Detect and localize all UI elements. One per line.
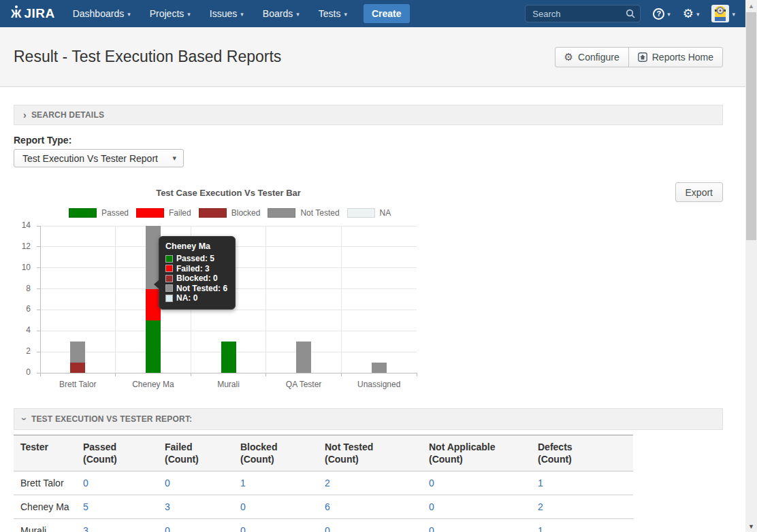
tooltip-row-failed: Failed: 3 bbox=[165, 264, 227, 274]
search-input[interactable] bbox=[525, 5, 641, 22]
chart-tooltip-rows: Passed: 5Failed: 3Blocked: 0Not Tested: … bbox=[165, 254, 227, 303]
legend-item-blocked: Blocked bbox=[199, 208, 261, 218]
bar-segment-brett-talor-not-tested[interactable] bbox=[70, 342, 85, 363]
column-header-failed: Failed(Count) bbox=[158, 435, 233, 471]
bar-segment-qa-tester-not-tested[interactable] bbox=[296, 342, 311, 373]
tooltip-row-blocked: Blocked: 0 bbox=[165, 273, 227, 284]
count-link[interactable]: 0 bbox=[325, 525, 330, 532]
count-cell: 1 bbox=[233, 471, 318, 495]
legend-label: Failed bbox=[169, 208, 191, 218]
nav-item-issues[interactable]: Issues▾ bbox=[210, 8, 244, 19]
count-link[interactable]: 0 bbox=[165, 478, 170, 488]
count-link[interactable]: 3 bbox=[165, 501, 170, 512]
nav-item-projects[interactable]: Projects▾ bbox=[150, 8, 191, 19]
legend-label: Passed bbox=[101, 208, 129, 218]
nav-item-dashboards[interactable]: Dashboards▾ bbox=[73, 8, 131, 19]
count-cell: 2 bbox=[318, 471, 422, 495]
count-link[interactable]: 1 bbox=[538, 478, 543, 488]
count-cell: 0 bbox=[422, 471, 531, 495]
help-menu[interactable]: ? ▾ bbox=[653, 8, 671, 20]
x-axis-tick bbox=[265, 373, 266, 376]
column-header-passed: Passed(Count) bbox=[76, 435, 158, 471]
y-axis-tick-label: 6 bbox=[6, 304, 31, 314]
count-link[interactable]: 0 bbox=[429, 525, 434, 532]
nav-menu: Dashboards▾Projects▾Issues▾Boards▾Tests▾ bbox=[73, 8, 347, 19]
column-header-line1: Failed bbox=[165, 441, 227, 453]
nav-item-tests[interactable]: Tests▾ bbox=[319, 8, 347, 19]
column-header-tester: Tester bbox=[14, 435, 76, 471]
column-header-line2: (Count) bbox=[325, 453, 415, 465]
jira-logo[interactable]: Ж JIRA bbox=[11, 6, 55, 21]
count-link[interactable]: 0 bbox=[165, 525, 170, 532]
scrollbar-thumb[interactable] bbox=[746, 12, 756, 240]
legend-swatch bbox=[268, 208, 295, 218]
count-link[interactable]: 0 bbox=[83, 478, 88, 488]
count-cell: 0 bbox=[422, 495, 531, 519]
count-cell: 1 bbox=[531, 471, 633, 495]
export-button[interactable]: Export bbox=[675, 182, 723, 202]
admin-menu[interactable]: ⚙ ▾ bbox=[683, 7, 700, 20]
search-details-section-header[interactable]: › SEARCH DETAILS bbox=[14, 105, 723, 125]
gridline bbox=[341, 226, 342, 373]
chart-block: Test Case Execution Vs Tester Bar Export… bbox=[14, 182, 723, 390]
column-header-not-applicable: Not Applicable(Count) bbox=[422, 435, 531, 471]
count-link[interactable]: 2 bbox=[538, 501, 543, 512]
reports-home-button[interactable]: Reports Home bbox=[628, 47, 723, 67]
count-link[interactable]: 0 bbox=[429, 478, 434, 488]
chevron-down-icon: › bbox=[21, 418, 28, 421]
report-section-header[interactable]: › TEST EXECUTION VS TESTER REPORT: bbox=[14, 408, 723, 430]
scroll-up-button[interactable]: ▲ bbox=[745, 0, 757, 12]
x-axis-tick bbox=[417, 373, 417, 376]
gridline bbox=[265, 226, 266, 373]
tooltip-title: Cheney Ma bbox=[165, 242, 227, 251]
report-type-selected: Test Execution Vs Tester Report bbox=[22, 153, 158, 164]
count-link[interactable]: 1 bbox=[240, 478, 246, 488]
bar-segment-unassigned-not-tested[interactable] bbox=[372, 363, 387, 373]
report-type-dropdown[interactable]: Test Execution Vs Tester Report ▾ bbox=[14, 149, 184, 167]
count-link[interactable]: 0 bbox=[429, 501, 434, 512]
count-link[interactable]: 6 bbox=[325, 501, 330, 512]
tester-name-cell: Cheney Ma bbox=[14, 495, 76, 519]
legend-swatch bbox=[69, 208, 97, 218]
count-link[interactable]: 1 bbox=[538, 525, 543, 532]
y-axis-tick-label: 2 bbox=[6, 346, 31, 356]
count-link[interactable]: 0 bbox=[240, 525, 246, 532]
count-link[interactable]: 2 bbox=[325, 478, 330, 488]
nav-item-label: Issues bbox=[210, 8, 237, 19]
y-axis-tick-label: 0 bbox=[6, 367, 31, 377]
column-header-line2: (Count) bbox=[165, 453, 227, 465]
nav-search bbox=[525, 5, 641, 22]
tooltip-swatch bbox=[165, 284, 173, 292]
legend-label: NA bbox=[380, 208, 391, 218]
legend-label: Blocked bbox=[231, 208, 261, 218]
tooltip-text: NA: 0 bbox=[176, 293, 197, 303]
legend-label: Not Tested bbox=[300, 208, 339, 218]
configure-button[interactable]: ⚙ Configure bbox=[555, 47, 629, 67]
nav-item-boards[interactable]: Boards▾ bbox=[263, 8, 300, 19]
column-header-defects: Defects(Count) bbox=[531, 435, 633, 471]
count-link[interactable]: 3 bbox=[83, 525, 88, 532]
bar-segment-cheney-ma-passed[interactable] bbox=[146, 320, 161, 373]
x-axis-category-label: Murali bbox=[191, 380, 266, 389]
gridline bbox=[40, 226, 417, 227]
x-axis-line bbox=[37, 373, 417, 373]
page-title: Result - Test Execution Based Reports bbox=[14, 48, 281, 66]
count-link[interactable]: 5 bbox=[83, 501, 88, 512]
count-cell: 6 bbox=[318, 495, 422, 519]
count-cell: 0 bbox=[233, 495, 318, 519]
column-header-line2: (Count) bbox=[429, 453, 524, 465]
search-icon bbox=[626, 9, 635, 21]
legend-item-not-tested: Not Tested bbox=[268, 208, 339, 218]
column-header-line1: Not Tested bbox=[325, 441, 415, 453]
bar-segment-brett-talor-blocked[interactable] bbox=[70, 363, 85, 373]
column-header-line2: (Count) bbox=[83, 453, 151, 465]
create-button[interactable]: Create bbox=[364, 4, 410, 23]
scroll-down-button[interactable]: ▼ bbox=[745, 520, 757, 532]
user-menu[interactable]: ▾ bbox=[711, 5, 735, 22]
tooltip-row-not-tested: Not Tested: 6 bbox=[165, 284, 227, 294]
chevron-down-icon: ▾ bbox=[187, 11, 191, 18]
nav-item-label: Tests bbox=[319, 8, 341, 19]
bar-segment-murali-passed[interactable] bbox=[221, 342, 236, 373]
count-link[interactable]: 0 bbox=[240, 501, 246, 512]
count-cell: 1 bbox=[531, 519, 633, 532]
